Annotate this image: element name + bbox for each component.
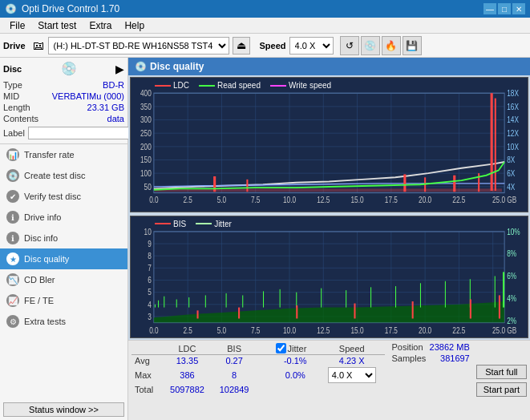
sidebar-item-drive-info[interactable]: ℹ Drive info: [0, 207, 127, 228]
jitter-label: Jitter: [288, 344, 307, 353]
burn-button[interactable]: 🔥: [382, 36, 401, 55]
charts-area: LDC Read speed Write speed: [128, 75, 530, 340]
close-button[interactable]: ✕: [512, 3, 525, 14]
sidebar-item-fe-te-label: FE / TE: [24, 296, 54, 305]
transfer-rate-icon: 📊: [6, 148, 19, 161]
sidebar-item-cd-bler-label: CD Bler: [24, 275, 55, 285]
svg-text:6X: 6X: [507, 169, 515, 178]
drive-label: Drive: [3, 41, 26, 50]
svg-text:10: 10: [144, 228, 152, 236]
legend-ldc: LDC: [155, 81, 189, 90]
samples-row: Samples 381697: [391, 353, 469, 363]
sidebar-item-transfer-rate-label: Transfer rate: [24, 150, 75, 160]
svg-rect-103: [164, 296, 164, 307]
max-speed-select[interactable]: 4.0 X: [318, 366, 385, 384]
sidebar-item-create-test-disc[interactable]: 💿 Create test disc: [0, 165, 127, 186]
sidebar-item-cd-bler[interactable]: 📉 CD Bler: [0, 269, 127, 290]
svg-rect-49: [246, 180, 248, 192]
sidebar-item-extra-tests[interactable]: ⚙ Extra tests: [0, 311, 127, 332]
start-part-button[interactable]: Start part: [476, 382, 527, 397]
disc-header: Disc 💿 ▶: [3, 61, 124, 76]
disc-quality-icon: ★: [6, 252, 19, 265]
svg-rect-120: [503, 272, 504, 307]
svg-text:50: 50: [144, 183, 152, 192]
create-test-disc-icon: 💿: [6, 169, 19, 182]
save-button[interactable]: 💾: [403, 36, 422, 55]
sidebar-item-disc-info-label: Disc info: [24, 233, 58, 243]
disc-quality-header: 💿 Disc quality: [128, 58, 530, 75]
col-header-ldc: LDC: [162, 342, 212, 355]
sidebar-item-verify-test-disc[interactable]: ✔ Verify test disc: [0, 186, 127, 207]
svg-rect-122: [238, 307, 240, 318]
svg-text:3: 3: [148, 313, 152, 321]
stats-table: LDC BIS Jitter Speed: [131, 342, 385, 418]
col-header-jitter-check: Jitter: [273, 342, 318, 355]
chart2-container: BIS Jitter: [130, 216, 528, 338]
svg-rect-50: [403, 174, 406, 192]
sidebar-item-fe-te[interactable]: 📈 FE / TE: [0, 290, 127, 311]
svg-rect-109: [263, 291, 264, 307]
maximize-button[interactable]: □: [498, 3, 511, 14]
sidebar-item-disc-info[interactable]: ℹ Disc info: [0, 228, 127, 248]
legend-ldc-label: LDC: [173, 81, 189, 90]
sidebar: Disc 💿 ▶ Type BD-R MID VERBATIMu (000) L…: [0, 58, 128, 420]
sidebar-item-disc-quality[interactable]: ★ Disc quality: [0, 248, 127, 269]
svg-text:25.0 GB: 25.0 GB: [492, 196, 516, 205]
disc-info-panel: Disc 💿 ▶ Type BD-R MID VERBATIMu (000) L…: [0, 58, 127, 144]
disc-length-row: Length 23.31 GB: [3, 102, 124, 113]
disc-type-label: Type: [3, 80, 22, 90]
sidebar-item-transfer-rate[interactable]: 📊 Transfer rate: [0, 144, 127, 165]
avg-label: Avg: [131, 355, 162, 367]
svg-text:5: 5: [148, 288, 152, 297]
menu-extra[interactable]: Extra: [83, 18, 118, 33]
avg-jitter: -0.1%: [273, 355, 318, 367]
disc-mid-value: VERBATIMu (000): [52, 91, 124, 101]
chart1-svg: 400 350 300 250 200 150 100 50 18X 16X 1…: [131, 78, 528, 212]
disc-contents-row: Contents data: [3, 113, 124, 124]
svg-rect-102: [158, 300, 159, 307]
minimize-button[interactable]: —: [483, 3, 496, 14]
chart1-legend: LDC Read speed Write speed: [155, 81, 331, 90]
svg-rect-105: [188, 297, 189, 308]
svg-rect-113: [346, 290, 346, 307]
col-header-speed: Speed: [318, 342, 385, 355]
max-bis: 8: [212, 366, 257, 384]
title-bar-controls: — □ ✕: [483, 3, 525, 14]
svg-text:10%: 10%: [507, 228, 520, 236]
svg-text:8: 8: [148, 252, 152, 260]
speed-dropdown[interactable]: 4.0 X: [328, 367, 376, 383]
svg-rect-48: [213, 176, 216, 192]
position-value: 23862 MB: [430, 342, 470, 352]
refresh-button[interactable]: ↺: [340, 36, 359, 55]
svg-text:14X: 14X: [507, 116, 519, 125]
disc-type-value: BD-R: [103, 80, 124, 90]
stats-max-row: Max 386 8 0.0% 4.0 X: [131, 366, 385, 384]
sidebar-item-verify-test-disc-label: Verify test disc: [24, 192, 81, 201]
svg-text:200: 200: [140, 143, 152, 151]
disc-button[interactable]: 💿: [361, 36, 380, 55]
menu-help[interactable]: Help: [118, 18, 151, 33]
svg-rect-125: [412, 301, 414, 318]
svg-rect-123: [296, 305, 297, 318]
disc-label-input[interactable]: [28, 127, 140, 139]
total-ldc: 5097882: [162, 384, 212, 395]
svg-text:6: 6: [148, 276, 152, 285]
drive-select[interactable]: (H:) HL-DT-ST BD-RE WH16NS58 TST4: [48, 37, 229, 55]
status-window-button[interactable]: Status window >>: [3, 402, 124, 417]
disc-action-icon: ▶: [115, 63, 124, 75]
eject-button[interactable]: ⏏: [233, 37, 250, 55]
stats-avg-row: Avg 13.35 0.27 -0.1% 4.23 X: [131, 355, 385, 367]
sidebar-item-create-test-disc-label: Create test disc: [24, 171, 85, 180]
col-header-spacer: [257, 342, 273, 355]
menu-start-test[interactable]: Start test: [31, 18, 83, 33]
title-bar: 💿 Opti Drive Control 1.70 — □ ✕: [0, 0, 530, 18]
jitter-checkbox[interactable]: [276, 343, 286, 353]
action-buttons: Start full Start part: [476, 342, 527, 418]
menu-file[interactable]: File: [3, 18, 31, 33]
svg-rect-115: [395, 286, 396, 307]
avg-bis: 0.27: [212, 355, 257, 367]
speed-select[interactable]: 4.0 X: [289, 37, 334, 55]
svg-text:17.5: 17.5: [385, 326, 398, 335]
disc-icon: 💿: [61, 61, 77, 76]
start-full-button[interactable]: Start full: [476, 365, 527, 379]
